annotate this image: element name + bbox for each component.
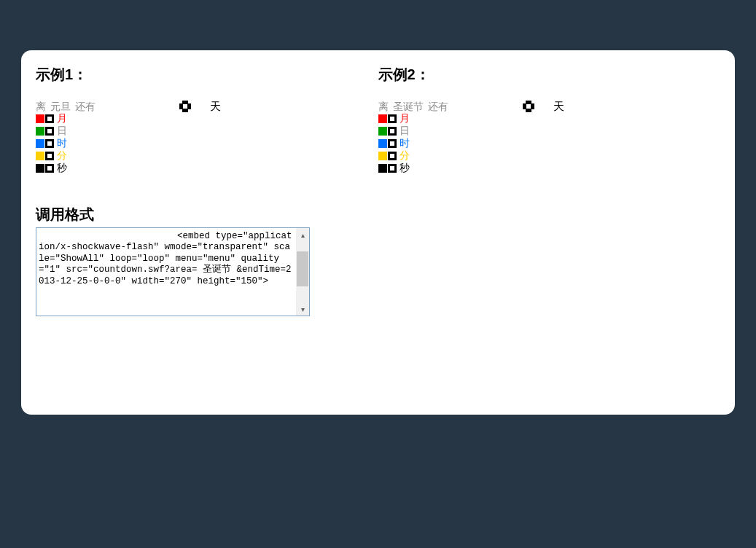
code-content: <embed type="application/x-shockwave-fla… — [39, 231, 295, 313]
color-square-icon — [36, 152, 44, 160]
ring-icon — [45, 164, 54, 173]
countdown-row-second: 秒 — [378, 162, 721, 174]
countdown-row-month: 月 — [378, 112, 721, 125]
unit-label: 时 — [57, 137, 67, 149]
days-unit-label: 天 — [553, 101, 564, 112]
plugin-placeholder-icon — [179, 101, 191, 112]
example-2-column: 示例2： 离 圣诞节 还有 天 月 日 时 分 秒 — [378, 65, 721, 174]
countdown-row-month: 月 — [36, 112, 378, 125]
example-2-heading: 示例2： — [378, 65, 721, 85]
example-2-top-line: 离 圣诞节 还有 天 — [378, 101, 721, 112]
countdown-suffix: 还有 — [428, 101, 448, 112]
countdown-prefix: 离 — [36, 101, 46, 112]
plugin-placeholder-icon — [523, 101, 534, 112]
color-square-icon — [378, 114, 387, 123]
scroll-thumb[interactable] — [297, 251, 308, 286]
ring-icon — [388, 152, 397, 160]
color-square-icon — [36, 164, 44, 173]
unit-label: 分 — [400, 149, 410, 162]
color-square-icon — [36, 127, 44, 136]
color-square-icon — [378, 139, 387, 148]
countdown-suffix: 还有 — [75, 101, 96, 112]
countdown-prefix: 离 — [378, 101, 389, 112]
color-square-icon — [378, 152, 387, 160]
color-square-icon — [378, 127, 387, 136]
scrollbar[interactable]: ▴ ▾ — [296, 228, 309, 316]
examples-columns: 示例1： 离 元旦 还有 天 月 日 时 分 秒 示例2： 离 圣 — [36, 65, 720, 174]
ring-icon — [45, 127, 54, 136]
countdown-row-day: 日 — [378, 125, 721, 137]
ring-icon — [45, 139, 54, 148]
days-unit-label: 天 — [210, 101, 221, 112]
scroll-up-button[interactable]: ▴ — [296, 228, 309, 241]
color-square-icon — [378, 164, 387, 173]
ring-icon — [388, 139, 397, 148]
color-square-icon — [36, 114, 44, 123]
example-1-heading: 示例1： — [36, 65, 378, 85]
ring-icon — [45, 152, 54, 160]
call-format-heading: 调用格式 — [36, 205, 720, 224]
unit-label: 分 — [57, 149, 67, 162]
example-1-rows: 月 日 时 分 秒 — [36, 112, 378, 174]
unit-label: 月 — [57, 112, 67, 125]
countdown-row-minute: 分 — [378, 149, 721, 162]
countdown-event-name: 元旦 — [50, 101, 71, 112]
ring-icon — [388, 114, 397, 123]
countdown-row-minute: 分 — [36, 149, 378, 162]
example-1-top-line: 离 元旦 还有 天 — [36, 101, 378, 112]
content-panel: 示例1： 离 元旦 还有 天 月 日 时 分 秒 示例2： 离 圣 — [21, 50, 735, 415]
unit-label: 秒 — [57, 162, 67, 174]
code-text: <embed type="application/x-shockwave-fla… — [39, 231, 292, 286]
example-2-rows: 月 日 时 分 秒 — [378, 112, 721, 174]
unit-label: 日 — [400, 125, 410, 137]
countdown-row-second: 秒 — [36, 162, 378, 174]
color-square-icon — [36, 139, 44, 148]
ring-icon — [388, 164, 397, 173]
ring-icon — [45, 114, 54, 123]
unit-label: 月 — [400, 112, 410, 125]
ring-icon — [388, 127, 397, 136]
code-textarea[interactable]: <embed type="application/x-shockwave-fla… — [36, 227, 310, 316]
example-1-column: 示例1： 离 元旦 还有 天 月 日 时 分 秒 — [36, 65, 378, 174]
scroll-down-button[interactable]: ▾ — [296, 302, 309, 316]
countdown-event-name: 圣诞节 — [393, 101, 424, 112]
countdown-row-day: 日 — [36, 125, 378, 137]
unit-label: 时 — [400, 137, 410, 149]
countdown-row-hour: 时 — [36, 137, 378, 149]
countdown-row-hour: 时 — [378, 137, 721, 149]
unit-label: 秒 — [400, 162, 410, 174]
unit-label: 日 — [57, 125, 67, 137]
